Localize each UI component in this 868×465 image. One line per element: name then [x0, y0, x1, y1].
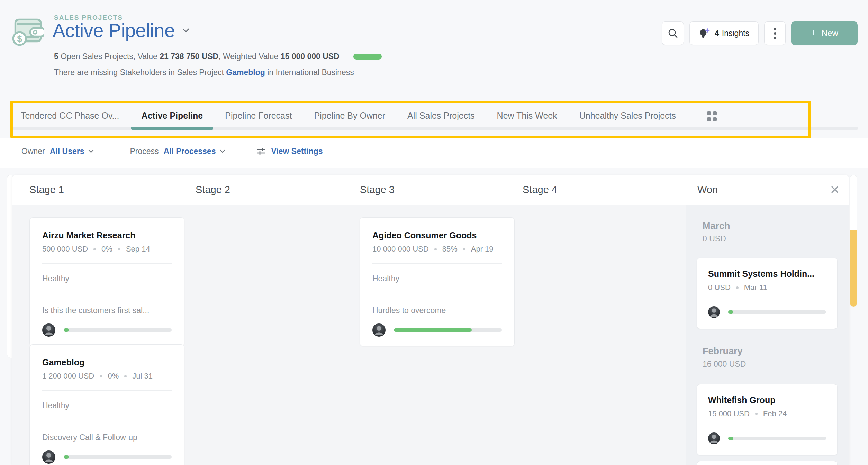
insight-text-1: There are missing Stakeholders in Sales … — [54, 68, 226, 77]
deal-close-date: Sep 14 — [126, 245, 150, 254]
deal-value: 1 200 000 USD — [42, 372, 94, 381]
deal-value: 10 000 000 USD — [372, 245, 429, 254]
deal-probability: 0% — [101, 245, 112, 254]
view-settings-label: View Settings — [271, 147, 323, 156]
owner-filter-label: Owner — [21, 147, 45, 156]
deal-close-date: Jul 31 — [132, 372, 153, 381]
progress-bar — [728, 437, 826, 440]
grid-square — [707, 111, 711, 115]
deal-meta: 15 000 USD Feb 24 — [708, 409, 826, 418]
wallet-icon: $ — [9, 13, 44, 47]
deal-next-step: Discovery Call & Follow-up — [42, 429, 172, 445]
grid-square — [707, 117, 711, 121]
owner-filter-dropdown[interactable]: All Users — [50, 147, 94, 156]
pipeline-title-dropdown[interactable]: Active Pipeline — [53, 19, 190, 42]
deal-value: 500 000 USD — [42, 245, 88, 254]
tab-tendered-gc-phase-overview[interactable]: Tendered GC Phase Ov... — [21, 107, 119, 130]
deal-next-step: Is this the customers first sal... — [42, 302, 172, 318]
dot-separator — [124, 375, 127, 377]
month-label: March — [703, 221, 730, 231]
svg-text:$: $ — [17, 34, 22, 44]
previous-column-peek — [7, 175, 12, 358]
search-button[interactable] — [662, 21, 684, 45]
deal-card-whitefish[interactable]: Whitefish Group 15 000 USD Feb 24 — [697, 384, 838, 455]
progress-bar — [728, 310, 826, 314]
deal-card-gameblog[interactable]: Gameblog 1 200 000 USD 0% Jul 31 Healthy… — [29, 344, 184, 465]
tab-active-pipeline[interactable]: Active Pipeline — [141, 107, 203, 130]
owner-avatar — [42, 323, 55, 337]
insights-count: 4 — [715, 29, 719, 38]
deal-health: Healthy — [372, 271, 502, 286]
insight-link-gameblog[interactable]: Gameblog — [226, 68, 265, 77]
tab-pipeline-forecast[interactable]: Pipeline Forecast — [225, 107, 292, 130]
chevron-down-icon[interactable] — [182, 28, 190, 33]
deal-probability: 0% — [108, 372, 119, 381]
more-options-button[interactable] — [764, 21, 786, 45]
tab-unhealthy-sales-projects[interactable]: Unhealthy Sales Projects — [579, 107, 676, 130]
deal-card-summit-systems[interactable]: Summit Systems Holdin... 0 USD Mar 11 — [697, 258, 838, 329]
insights-lightbulb-icon — [699, 28, 710, 39]
weighted-value: 15 000 000 USD — [281, 52, 340, 61]
deal-close-date: Apr 19 — [471, 245, 494, 254]
deal-title: Agideo Consumer Goods — [372, 230, 502, 240]
insight-text-2: in International Business — [265, 68, 354, 77]
deal-close-date: Mar 11 — [744, 283, 767, 292]
insights-button[interactable]: 4 Insights — [689, 21, 759, 45]
deal-title: Airzu Market Research — [42, 230, 172, 240]
insight-message: There are missing Stakeholders in Sales … — [54, 68, 354, 77]
deal-meta: 1 200 000 USD 0% Jul 31 — [42, 372, 172, 381]
month-label: February — [703, 346, 746, 357]
deal-dash: - — [42, 286, 172, 302]
plus-icon: + — [811, 27, 817, 39]
owner-avatar — [708, 306, 720, 318]
deal-meta: 10 000 000 USD 85% Apr 19 — [372, 245, 502, 254]
dot-separator — [755, 413, 758, 415]
collapsed-column-strip[interactable] — [850, 175, 857, 307]
tab-pipeline-by-owner[interactable]: Pipeline By Owner — [314, 107, 385, 130]
won-column-divider — [686, 175, 686, 465]
deal-meta: 500 000 USD 0% Sep 14 — [42, 245, 172, 254]
card-divider — [372, 263, 502, 264]
stage-4-header: Stage 4 — [523, 184, 557, 195]
tab-all-sales-projects[interactable]: All Sales Projects — [407, 107, 475, 130]
dot-separator — [100, 375, 102, 377]
kebab-dot — [774, 37, 776, 39]
card-footer — [708, 432, 826, 445]
process-filter-value: All Processes — [164, 147, 216, 156]
owner-filter-value: All Users — [50, 147, 84, 156]
process-filter-dropdown[interactable]: All Processes — [164, 147, 226, 156]
pipeline-board: Stage 1 Stage 2 Stage 3 Stage 4 Won Airz… — [12, 175, 849, 465]
stage-1-header: Stage 1 — [29, 184, 64, 195]
card-footer — [42, 323, 172, 337]
deal-value: 0 USD — [708, 283, 731, 292]
owner-avatar — [708, 432, 720, 444]
progress-bar — [64, 328, 172, 332]
collapsed-strip-indicator — [850, 230, 857, 307]
insights-label: Insights — [722, 29, 749, 38]
open-count: 5 — [54, 52, 58, 61]
chevron-down-icon — [88, 149, 94, 153]
progress-bar — [64, 455, 172, 459]
card-footer — [708, 306, 826, 318]
new-button-label: New — [822, 28, 838, 38]
filter-row: Owner All Users Process All Processes Vi… — [21, 138, 323, 168]
deal-next-step: Hurdles to overcome — [372, 302, 502, 318]
view-settings-button[interactable]: View Settings — [256, 146, 323, 156]
new-button[interactable]: + New — [791, 21, 858, 45]
deal-dash: - — [372, 286, 502, 302]
dot-separator — [93, 248, 96, 250]
board-header — [12, 175, 849, 205]
deal-card-agideo[interactable]: Agideo Consumer Goods 10 000 000 USD 85%… — [360, 217, 515, 346]
deal-title: Summit Systems Holdin... — [708, 268, 826, 279]
deal-card-peek[interactable] — [697, 461, 838, 465]
deal-probability: 85% — [442, 245, 458, 254]
deal-card-airzu[interactable]: Airzu Market Research 500 000 USD 0% Sep… — [29, 217, 184, 346]
month-total: 0 USD — [703, 234, 730, 244]
tab-overflow-grid-icon[interactable] — [707, 111, 717, 122]
dot-separator — [434, 248, 437, 250]
grid-square — [713, 117, 717, 121]
tab-new-this-week[interactable]: New This Week — [497, 107, 557, 130]
close-icon[interactable] — [830, 184, 840, 195]
view-tabs: Tendered GC Phase Ov... Active Pipeline … — [21, 107, 717, 130]
stats-text-1: Open Sales Projects, Value — [58, 52, 160, 61]
